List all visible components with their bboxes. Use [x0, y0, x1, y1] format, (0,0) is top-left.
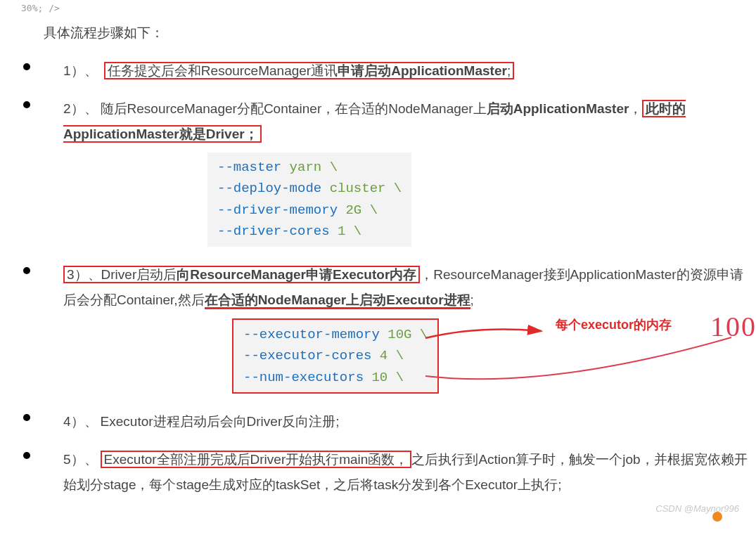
step-number: 1）、 — [63, 63, 98, 78]
step4-text: Executor进程启动后会向Driver反向注册; — [101, 414, 340, 429]
step2-text-a: 随后ResourceManager分配Container，在合适的NodeMan… — [101, 101, 487, 116]
step-number: 5）、 — [63, 452, 98, 467]
watermark: CSDN @Maynor996 — [655, 500, 739, 518]
code-block: --master yarn \ --deploy-mode cluster \ … — [207, 153, 411, 247]
highlighted-box: 3）、Driver启动后向ResourceManager申请Executor内存 — [63, 266, 420, 283]
intro-text: 具体流程步骤如下： — [44, 20, 756, 46]
step2-comma: ， — [629, 101, 642, 116]
annotation-text: 每个executor的内存 — [556, 313, 672, 337]
code-block-wrap: --executor-memory 10G \ --executor-cores… — [232, 313, 756, 396]
code-block-boxed: --executor-memory 10G \ --executor-cores… — [232, 318, 439, 394]
highlighted-box: 任务提交后会和ResourceManager通讯申请启动ApplicationM… — [104, 62, 514, 79]
orange-dot-icon — [712, 512, 722, 522]
step-2: 2）、随后ResourceManager分配Container，在合适的Node… — [0, 96, 756, 250]
step-list: 1）、 任务提交后会和ResourceManager通讯申请启动Applicat… — [0, 58, 756, 498]
bullet-icon — [23, 63, 30, 70]
handwriting-annotation: 100g — [710, 300, 756, 354]
code-block-wrap: --master yarn \ --deploy-mode cluster \ … — [207, 147, 756, 250]
step-5: 5）、Executor全部注册完成后Driver开始执行main函数，之后执行到… — [0, 447, 756, 498]
bullet-icon — [23, 267, 30, 274]
step-1: 1）、 任务提交后会和ResourceManager通讯申请启动Applicat… — [0, 58, 756, 84]
step-number: 2）、 — [63, 101, 98, 116]
step3-tail: ; — [470, 292, 474, 307]
document-page: 30%; /> 具体流程步骤如下： 1）、 任务提交后会和ResourceMan… — [0, 0, 756, 524]
step2-text-bold: 启动ApplicationMaster — [487, 101, 629, 116]
bullet-icon — [23, 452, 30, 459]
highlighted-box: Executor全部注册完成后Driver开始执行main函数， — [101, 451, 412, 468]
step-4: 4）、Executor进程启动后会向Driver反向注册; — [0, 409, 756, 434]
underlined-bold: 在合适的NodeManager上启动Executor进程 — [205, 292, 470, 309]
arrow-icon — [422, 325, 563, 396]
bullet-icon — [23, 101, 30, 108]
step-3: 3）、Driver启动后向ResourceManager申请Executor内存… — [0, 262, 756, 396]
arrow-curve-icon — [422, 334, 745, 397]
step-number: 4）、 — [63, 414, 98, 429]
code-fragment: 30%; /> — [21, 0, 756, 18]
bullet-icon — [23, 414, 30, 421]
